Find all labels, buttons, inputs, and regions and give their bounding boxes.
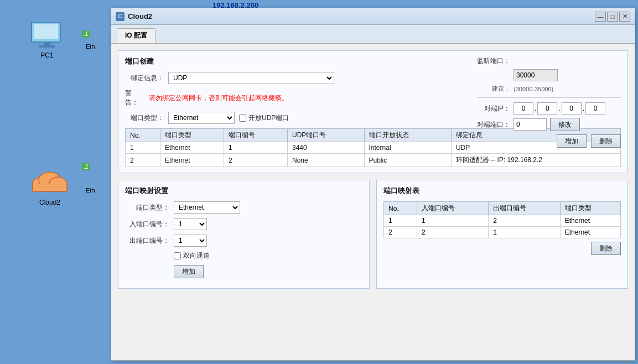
suggest-label: 建议： (477, 85, 510, 93)
in-port-row: 入端口编号： 1 (125, 218, 362, 230)
close-button[interactable]: ✕ (619, 12, 630, 22)
eth-label-2: Eth (86, 187, 95, 194)
col-udp-port: UDP端口号 (287, 129, 364, 142)
action-buttons: 增加 删除 (477, 134, 621, 148)
dialog-icon: C (116, 12, 125, 21)
udp-checkbox-text: 开放UDP端口 (248, 113, 289, 123)
eth-label-1: Eth (86, 43, 95, 50)
out-port-row: 出端口编号： 1 (125, 235, 362, 247)
modify-button[interactable]: 修改 (550, 118, 580, 131)
mapping-delete-row: 删除 (383, 242, 621, 255)
title-bar-left: C Cloud2 (116, 12, 152, 21)
map-col-in: 入端口编号 (417, 202, 488, 215)
listen-port-label: 监听端口： (477, 56, 510, 66)
ip-part-2[interactable] (537, 102, 557, 115)
out-port-label: 出端口编号： (125, 236, 169, 246)
table-cell: 1 (126, 142, 160, 154)
table-row[interactable]: 2Ethernet2NonePublic环回适配器 -- IP: 192.168… (126, 154, 621, 167)
mapping-delete-button[interactable]: 删除 (591, 242, 621, 255)
table-cell: Ethernet (160, 154, 224, 167)
table-row[interactable]: 112Ethernet (384, 215, 621, 227)
svg-rect-1 (34, 24, 58, 39)
udp-checkbox[interactable] (239, 115, 246, 122)
warning-prefix: 警告： (125, 89, 144, 107)
title-bar: C Cloud2 — □ ✕ (111, 8, 635, 25)
warning-row: 警告： 请勿绑定公网网卡，否则可能会引起网络瘫痪。 (125, 89, 391, 107)
bidirectional-text: 双向通道 (183, 251, 210, 261)
svg-rect-7 (33, 184, 67, 191)
remote-port-input[interactable] (513, 118, 547, 131)
table-cell: Ethernet (560, 227, 620, 238)
table-cell: 2 (417, 227, 488, 238)
mapping-table-section: 端口映射表 No. 入端口编号 出端口编号 端口类型 112Ethernet22… (376, 180, 628, 289)
cloud2-label: Cloud2 (30, 199, 69, 206)
table-cell: Internal (364, 142, 451, 154)
delete-port-button[interactable]: 删除 (591, 134, 621, 148)
port-mapping-section: 端口映射设置 端口类型： Ethernet 入端口编号： 1 出端口编号： (118, 180, 370, 289)
ip-dot-3: . (583, 105, 584, 112)
port-type-row: 端口类型： Ethernet 开放UDP端口 (125, 112, 391, 124)
mapping-add-button[interactable]: 增加 (174, 265, 204, 278)
out-port-select[interactable]: 1 (174, 235, 207, 247)
bind-label: 绑定信息： (125, 74, 164, 83)
udp-checkbox-label[interactable]: 开放UDP端口 (239, 113, 289, 123)
cloud2-device[interactable]: Cloud2 (30, 166, 69, 206)
ip-dot-1: . (535, 105, 536, 112)
port-type-select[interactable]: Ethernet (168, 112, 235, 124)
mapping-add-row: 增加 (125, 265, 362, 278)
mapping-section-title: 端口映射设置 (125, 186, 362, 196)
port-creation-section: 端口创建 监听端口： 建议： (30000-35000) 对端IP： (118, 50, 628, 173)
pc1-device[interactable]: PC1 (30, 22, 64, 59)
ip-part-1[interactable] (513, 102, 533, 115)
cloud2-badge: .2 (82, 163, 90, 170)
table-row[interactable]: 221Ethernet (384, 227, 621, 238)
col-port-type: 端口类型 (160, 129, 224, 142)
table-cell: 1 (224, 142, 288, 154)
bind-select[interactable]: UDP (168, 72, 334, 84)
svg-rect-2 (44, 42, 50, 45)
tab-io-config[interactable]: IO 配置 (117, 28, 155, 43)
in-port-label: 入端口编号： (125, 220, 169, 229)
mapping-table: No. 入端口编号 出端口编号 端口类型 112Ethernet221Ether… (383, 201, 621, 238)
title-controls: — □ ✕ (595, 12, 630, 22)
table-cell: Ethernet (160, 142, 224, 154)
table-cell: None (287, 154, 364, 167)
mapping-type-row: 端口类型： Ethernet (125, 201, 362, 214)
mapping-type-label: 端口类型： (125, 203, 169, 212)
dialog-title: Cloud2 (128, 12, 152, 20)
table-cell: Public (364, 154, 451, 167)
bidirectional-row: 双向通道 (125, 251, 362, 261)
bidirectional-label[interactable]: 双向通道 (174, 251, 210, 261)
minimize-button[interactable]: — (595, 12, 606, 22)
table-cell: 3440 (287, 142, 364, 154)
port-form-left: 绑定信息： UDP 警告： 请勿绑定公网网卡，否则可能会引起网络瘫痪。 端口类型… (125, 72, 391, 124)
listen-port-input[interactable] (513, 69, 558, 81)
map-col-out: 出端口编号 (489, 202, 560, 215)
tab-bar: IO 配置 (111, 25, 635, 44)
table-cell: 1 (489, 227, 560, 238)
remote-ip-label: 对端IP： (477, 104, 510, 113)
bidirectional-checkbox[interactable] (174, 252, 181, 259)
dialog-body: 端口创建 监听端口： 建议： (30000-35000) 对端IP： (111, 44, 635, 302)
table-cell: 1 (417, 215, 488, 227)
ip-dot-2: . (558, 105, 560, 112)
ip-part-4[interactable] (585, 102, 605, 115)
in-port-select[interactable]: 1 (174, 218, 207, 230)
ip-part-3[interactable] (562, 102, 582, 115)
table-cell: 1 (384, 215, 417, 227)
table-cell: 2 (126, 154, 160, 167)
pc1-badge: .1 (82, 30, 90, 38)
pc1-svg (30, 22, 64, 49)
suggest-row: 建议： (30000-35000) (477, 85, 621, 93)
table-cell: 2 (384, 227, 417, 238)
cloud2-svg (30, 166, 69, 196)
col-no: No. (126, 129, 160, 142)
bottom-sections: 端口映射设置 端口类型： Ethernet 入端口编号： 1 出端口编号： (118, 180, 628, 295)
col-port-status: 端口开放状态 (364, 129, 451, 142)
maximize-button[interactable]: □ (607, 12, 618, 22)
add-port-button[interactable]: 增加 (557, 134, 587, 148)
mapping-type-select[interactable]: Ethernet (174, 201, 240, 214)
warning-text: 请勿绑定公网网卡，否则可能会引起网络瘫痪。 (149, 93, 288, 103)
pc1-label: PC1 (30, 51, 64, 59)
remote-ip-row: 对端IP： . . . (477, 102, 621, 115)
